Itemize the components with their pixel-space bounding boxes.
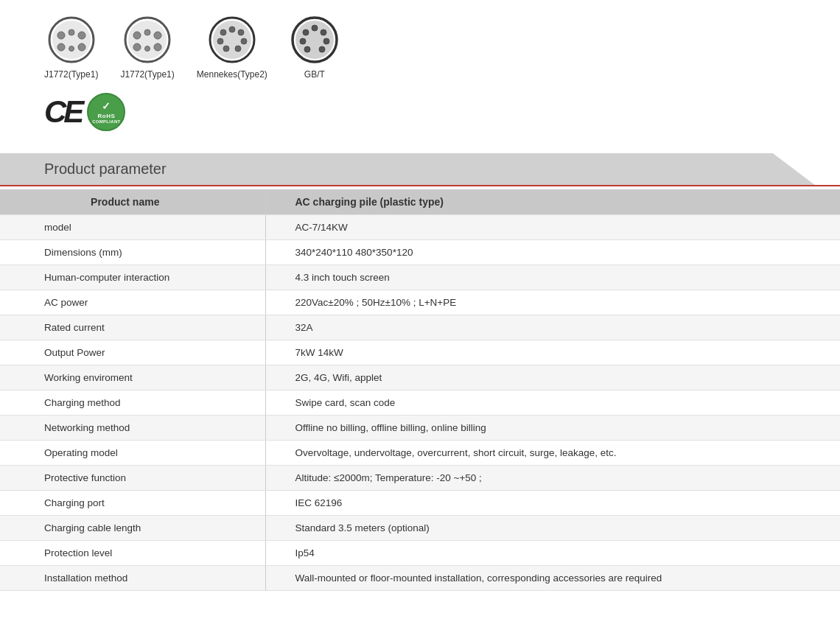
svg-point-21 — [217, 38, 223, 44]
table-row: modelAC-7/14KW — [0, 215, 840, 240]
row-label: Installation method — [0, 566, 265, 591]
table-row: Dimensions (mm)340*240*110 480*350*120 — [0, 240, 840, 265]
connector-label-type1a: J1772(Type1) — [44, 69, 98, 80]
connector-j1772-type1b: J1772(Type1) — [120, 15, 174, 80]
table-row: Installation methodWall-mounted or floor… — [0, 566, 840, 591]
svg-point-7 — [69, 46, 74, 52]
row-value: 4.3 inch touch screen — [265, 265, 840, 290]
row-value: 340*240*110 480*350*120 — [265, 240, 840, 265]
row-value: Swipe card, scan code — [265, 390, 840, 416]
connector-icon-type1b — [122, 15, 172, 65]
svg-point-18 — [220, 29, 226, 35]
row-label: Protection level — [0, 541, 265, 566]
svg-point-29 — [323, 38, 329, 44]
param-table: Product name AC charging pile (plastic t… — [0, 189, 840, 591]
svg-point-30 — [319, 46, 325, 52]
row-label: Charging cable length — [0, 516, 265, 541]
connector-icon-type2 — [207, 15, 257, 65]
row-value: Wall-mounted or floor-mounted installati… — [265, 566, 840, 591]
svg-point-3 — [78, 32, 85, 39]
rohs-badge: ✓ RoHS COMPLIANT — [87, 93, 125, 131]
param-header-title: Product parameter — [44, 161, 796, 178]
connector-j1772-type1a: J1772(Type1) — [44, 15, 98, 80]
table-row: Protective functionAltitude: ≤2000m; Tem… — [0, 466, 840, 491]
svg-point-24 — [235, 46, 241, 52]
row-label: Output Power — [0, 340, 265, 365]
row-value: Altitude: ≤2000m; Temperature: -20 ~+50 … — [265, 466, 840, 491]
row-label: Charging port — [0, 491, 265, 516]
ce-mark: CE — [44, 97, 81, 127]
svg-point-4 — [57, 43, 65, 51]
svg-point-5 — [78, 43, 85, 51]
param-header-section: Product parameter — [0, 153, 840, 185]
table-row: Charging portIEC 62196 — [0, 491, 840, 516]
row-value: 2G, 4G, Wifi, applet — [265, 365, 840, 390]
row-label: Charging method — [0, 390, 265, 416]
table-row: Networking methodOffline no billing, off… — [0, 416, 840, 441]
row-label: Protective function — [0, 466, 265, 491]
row-value: 7kW 14kW — [265, 340, 840, 365]
table-row: AC power220Vac±20% ; 50Hz±10% ; L+N+PE — [0, 290, 840, 315]
table-row: Output Power7kW 14kW — [0, 340, 840, 365]
divider-line — [0, 185, 840, 186]
svg-point-28 — [321, 29, 326, 35]
table-row: Charging methodSwipe card, scan code — [0, 390, 840, 416]
svg-point-32 — [300, 38, 306, 44]
row-label: AC power — [0, 290, 265, 315]
rohs-sub: COMPLIANT — [92, 119, 120, 124]
connector-gbt: GB/T — [290, 15, 340, 80]
connector-label-gbt: GB/T — [304, 69, 325, 80]
header-col2: AC charging pile (plastic type) — [265, 189, 840, 215]
row-label: Operating model — [0, 441, 265, 466]
svg-point-31 — [304, 46, 310, 52]
connector-type2: Mennekes(Type2) — [197, 15, 267, 80]
cert-row: CE ✓ RoHS COMPLIANT — [44, 93, 796, 131]
connector-icon-gbt — [290, 15, 340, 65]
svg-point-1 — [52, 21, 91, 59]
table-row: Rated current32A — [0, 315, 840, 340]
svg-point-23 — [223, 46, 229, 52]
table-row: Protection levelIp54 — [0, 541, 840, 566]
rohs-check: ✓ — [102, 100, 111, 112]
row-value: Offline no billing, offline billing, onl… — [265, 416, 840, 441]
row-label: Human-computer interaction — [0, 265, 265, 290]
connector-label-type2: Mennekes(Type2) — [197, 69, 267, 80]
svg-point-12 — [133, 43, 141, 51]
svg-point-6 — [69, 29, 74, 35]
row-label: Networking method — [0, 416, 265, 441]
table-row: Working enviroment2G, 4G, Wifi, applet — [0, 365, 840, 390]
table-row: Charging cable lengthStandard 3.5 meters… — [0, 516, 840, 541]
svg-point-14 — [144, 29, 150, 35]
connector-row: J1772(Type1) J1772(Type1) — [44, 15, 796, 80]
svg-point-2 — [57, 32, 65, 39]
svg-point-19 — [229, 27, 235, 32]
svg-point-33 — [303, 29, 309, 35]
table-row: Operating modelOvervoltage, undervoltage… — [0, 441, 840, 466]
svg-point-27 — [312, 25, 318, 31]
row-value: AC-7/14KW — [265, 215, 840, 240]
row-value: IEC 62196 — [265, 491, 840, 516]
row-label: model — [0, 215, 265, 240]
row-value: 32A — [265, 315, 840, 340]
table-row: Human-computer interaction4.3 inch touch… — [0, 265, 840, 290]
row-label: Working enviroment — [0, 365, 265, 390]
header-col1: Product name — [0, 189, 265, 215]
svg-point-15 — [145, 46, 150, 52]
rohs-text: RoHS — [97, 113, 115, 119]
row-value: Overvoltage, undervoltage, overcurrent, … — [265, 441, 840, 466]
svg-point-9 — [128, 21, 167, 59]
top-section: J1772(Type1) J1772(Type1) — [0, 0, 840, 153]
svg-point-11 — [154, 32, 161, 39]
row-label: Rated current — [0, 315, 265, 340]
svg-point-10 — [133, 32, 141, 39]
connector-label-type1b: J1772(Type1) — [120, 69, 174, 80]
svg-point-13 — [154, 43, 161, 51]
row-value: 220Vac±20% ; 50Hz±10% ; L+N+PE — [265, 290, 840, 315]
table-header-row: Product name AC charging pile (plastic t… — [0, 189, 840, 215]
row-label: Dimensions (mm) — [0, 240, 265, 265]
row-value: Ip54 — [265, 541, 840, 566]
svg-point-22 — [241, 38, 247, 44]
row-value: Standard 3.5 meters (optional) — [265, 516, 840, 541]
svg-point-20 — [238, 29, 244, 35]
connector-icon-type1a — [46, 15, 97, 65]
